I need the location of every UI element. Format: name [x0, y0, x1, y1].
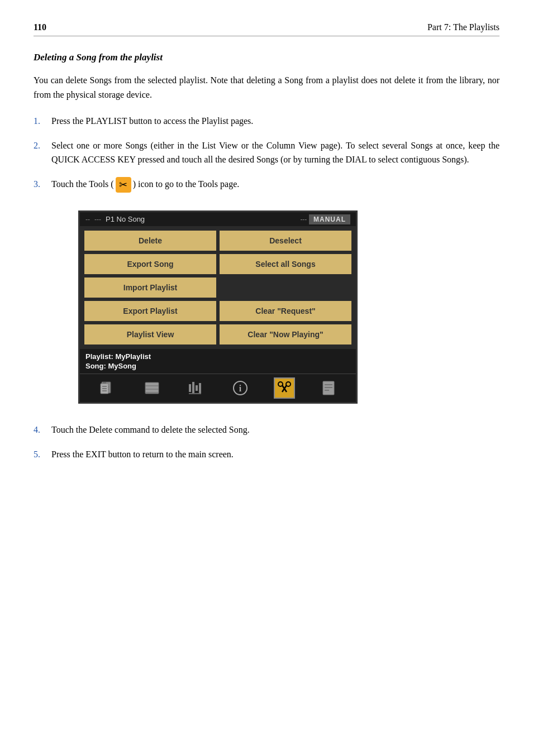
section-title: Deleting a Song from the playlist: [34, 52, 499, 63]
step-2: 2. Select one or more Songs (either in t…: [34, 138, 499, 167]
svg-rect-13: [192, 382, 194, 394]
top-song-label: P1 No Song: [106, 215, 145, 223]
svg-text:i: i: [239, 384, 241, 393]
page-header: 110 Part 7: The Playlists: [34, 22, 499, 36]
export-song-button[interactable]: Export Song: [84, 254, 216, 274]
bottom-icon-doc[interactable]: [318, 377, 339, 399]
top-right-info: --- MANUAL: [300, 215, 350, 223]
device-info-bar: Playlist: MyPlaylist Song: MySong: [80, 349, 356, 374]
steps-list: 1. Press the PLAYLIST button to access t…: [34, 114, 499, 193]
empty-cell: [220, 277, 351, 298]
import-playlist-button[interactable]: Import Playlist: [84, 277, 216, 298]
step-1: 1. Press the PLAYLIST button to access t…: [34, 114, 499, 128]
device-bottom-icons: i: [80, 374, 356, 402]
step-2-num: 2.: [34, 138, 51, 153]
step-4-text: Touch the Delete command to delete the s…: [51, 423, 499, 437]
device-buttons-grid: Delete Deselect Export Song Select all S…: [80, 226, 356, 349]
step-4: 4. Touch the Delete command to delete th…: [34, 423, 499, 437]
svg-rect-16: [189, 393, 201, 394]
device-top-bar: -- --- P1 No Song --- MANUAL: [80, 212, 356, 226]
bottom-icon-info[interactable]: i: [230, 377, 251, 399]
bottom-icon-1[interactable]: [97, 377, 118, 399]
svg-rect-15: [199, 383, 201, 393]
step-2-text: Select one or more Songs (either in the …: [51, 138, 499, 167]
intro-text: You can delete Songs from the selected p…: [34, 73, 499, 102]
step-3-text-before: Touch the Tools (: [51, 179, 114, 189]
step-1-num: 1.: [34, 114, 51, 128]
steps-list-cont: 4. Touch the Delete command to delete th…: [34, 423, 499, 461]
svg-rect-12: [189, 384, 191, 392]
top-dashes-middle: ---: [94, 216, 101, 223]
svg-rect-8: [145, 382, 159, 394]
step-4-num: 4.: [34, 423, 51, 437]
song-info: Song: MySong: [85, 362, 350, 370]
step-3-text-after: ) icon to go to the Tools page.: [133, 179, 240, 189]
top-dashes-left: --: [85, 216, 90, 223]
svg-rect-23: [323, 381, 334, 395]
delete-button[interactable]: Delete: [84, 231, 216, 251]
playlist-info: Playlist: MyPlaylist: [85, 352, 350, 361]
page-title: Part 7: The Playlists: [427, 22, 499, 32]
step-1-text: Press the PLAYLIST button to access the …: [51, 114, 499, 128]
bottom-icon-3[interactable]: [185, 377, 207, 399]
select-all-songs-button[interactable]: Select all Songs: [220, 254, 351, 274]
bottom-icon-2[interactable]: [141, 377, 163, 399]
deselect-button[interactable]: Deselect: [220, 231, 351, 251]
clear-request-button[interactable]: Clear "Request": [220, 301, 351, 321]
device-screenshot: -- --- P1 No Song --- MANUAL Delete Dese…: [78, 210, 358, 404]
top-dashes-right: ---: [300, 216, 307, 223]
tools-icon: ✂: [116, 177, 131, 193]
step-3: 3. Touch the Tools (✂) icon to go to the…: [34, 177, 499, 193]
bottom-icon-tools[interactable]: [274, 377, 295, 399]
page-number: 110: [34, 22, 46, 32]
svg-rect-14: [196, 385, 198, 391]
step-5-text: Press the EXIT button to return to the m…: [51, 447, 499, 462]
clear-now-playing-button[interactable]: Clear "Now Playing": [220, 324, 351, 344]
step-3-text: Touch the Tools (✂) icon to go to the To…: [51, 177, 499, 193]
playlist-view-button[interactable]: Playlist View: [84, 324, 216, 344]
step-3-num: 3.: [34, 177, 51, 192]
export-playlist-button[interactable]: Export Playlist: [84, 301, 216, 321]
step-5-num: 5.: [34, 447, 51, 462]
top-left-info: -- --- P1 No Song: [85, 215, 145, 223]
step-5: 5. Press the EXIT button to return to th…: [34, 447, 499, 462]
manual-badge: MANUAL: [309, 214, 350, 224]
device-screen: -- --- P1 No Song --- MANUAL Delete Dese…: [78, 210, 358, 404]
